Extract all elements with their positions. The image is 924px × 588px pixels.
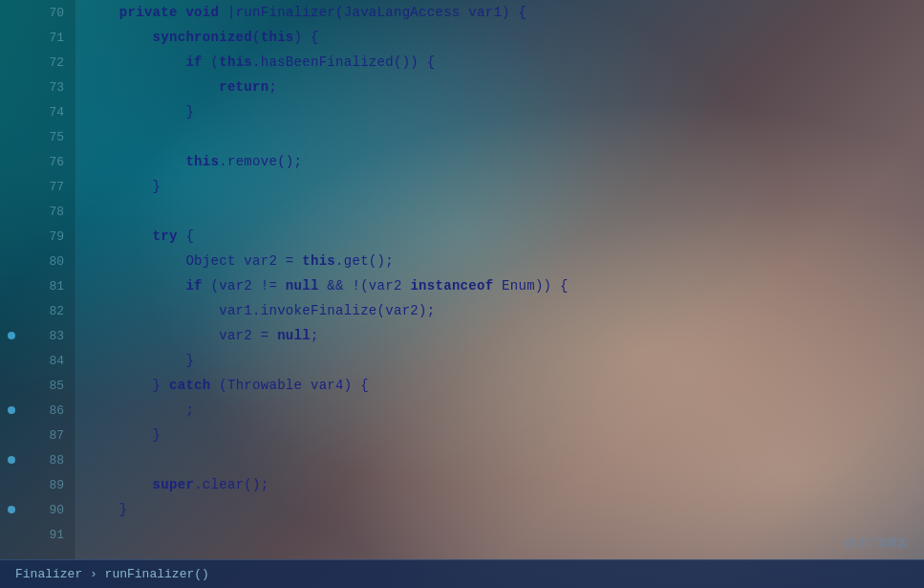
code-token: Object var2 = — [86, 253, 302, 269]
code-line: var1.invokeFinalize(var2); — [86, 298, 924, 323]
code-token: this — [219, 54, 252, 70]
code-token: var1.invokeFinalize(var2); — [86, 303, 435, 318]
code-token: ( — [203, 54, 219, 70]
code-token: ; — [86, 403, 194, 418]
line-number: 86 — [0, 398, 75, 423]
line-number: 72 — [0, 50, 75, 75]
code-token: ( — [252, 30, 261, 45]
code-token: synchronized — [86, 30, 252, 45]
code-line — [86, 522, 924, 547]
code-line: private void |runFinalizer(JavaLangAcces… — [86, 0, 924, 25]
code-token: ; — [311, 328, 319, 343]
line-number: 78 — [0, 199, 75, 224]
line-number: 84 — [0, 348, 75, 373]
code-line — [86, 124, 924, 149]
code-token: ; — [269, 79, 277, 95]
line-number: 88 — [0, 447, 75, 472]
code-token: null — [277, 328, 311, 343]
watermark: @51CTO博客 — [845, 535, 909, 552]
line-number: 70 — [0, 0, 75, 25]
breadcrumb: Finalizer › runFinalizer() — [15, 567, 209, 581]
code-area: 7071727374757677787980818283848586878889… — [0, 0, 924, 559]
code-line: Object var2 = this.get(); — [86, 249, 924, 273]
code-token: .remove(); — [219, 154, 302, 169]
code-token: return — [86, 79, 269, 95]
code-line: var2 = null; — [86, 323, 924, 348]
code-token: private void — [86, 5, 227, 20]
code-token: instanceof — [410, 278, 493, 294]
code-token: this — [302, 253, 335, 269]
code-token: catch — [169, 378, 211, 393]
code-line: this.remove(); — [86, 149, 924, 174]
line-number: 75 — [0, 124, 75, 149]
code-token: } — [86, 427, 161, 443]
code-line: } — [86, 497, 924, 522]
line-number: 79 — [0, 224, 75, 249]
code-token: && !(var2 — [319, 278, 411, 294]
code-token: if — [86, 54, 203, 70]
line-number: 71 — [0, 25, 75, 50]
code-token: ) { — [294, 30, 319, 45]
code-line: synchronized(this) { — [86, 25, 924, 50]
code-token: .hasBeenFinalized()) { — [252, 54, 435, 70]
code-token: |runFinalizer(JavaLangAccess var1) { — [227, 5, 526, 20]
code-line: ; — [86, 398, 924, 423]
code-token: (var2 != — [203, 278, 286, 294]
code-line: } — [86, 174, 924, 199]
line-number: 76 — [0, 149, 75, 174]
line-number: 85 — [0, 373, 75, 398]
code-line: if (this.hasBeenFinalized()) { — [86, 50, 924, 75]
line-number: 90 — [0, 497, 75, 522]
code-token: if — [86, 278, 203, 294]
code-line: } — [86, 423, 924, 447]
code-line: super.clear(); — [86, 472, 924, 497]
line-number: 83 — [0, 323, 75, 348]
code-token: Enum)) { — [493, 278, 568, 294]
line-number: 82 — [0, 298, 75, 323]
code-token: } — [86, 378, 169, 393]
line-number: 74 — [0, 99, 75, 124]
code-line — [86, 447, 924, 472]
code-token: try — [86, 229, 178, 244]
code-token: (Throwable var4) { — [211, 378, 369, 393]
code-token: this — [261, 30, 294, 45]
code-token: } — [86, 353, 194, 368]
line-number: 73 — [0, 75, 75, 99]
code-line: try { — [86, 224, 924, 249]
code-line: } — [86, 348, 924, 373]
code-line: return; — [86, 75, 924, 99]
code-lines: private void |runFinalizer(JavaLangAcces… — [76, 0, 924, 559]
status-bar: Finalizer › runFinalizer() — [0, 559, 924, 588]
code-line: } — [86, 99, 924, 124]
line-number: 89 — [0, 472, 75, 497]
code-line: } catch (Throwable var4) { — [86, 373, 924, 398]
code-token: } — [86, 502, 128, 517]
code-token: var2 = — [86, 328, 277, 343]
code-line — [86, 199, 924, 224]
code-token: } — [86, 104, 194, 120]
line-number: 81 — [0, 273, 75, 298]
code-token: .get(); — [335, 253, 394, 269]
code-token: .clear(); — [194, 477, 269, 492]
code-token: null — [286, 278, 319, 294]
code-token: } — [86, 179, 161, 194]
line-number: 77 — [0, 174, 75, 199]
code-token: { — [178, 229, 194, 244]
code-token: this — [86, 154, 219, 169]
line-number: 91 — [0, 522, 75, 547]
code-container: 7071727374757677787980818283848586878889… — [0, 0, 924, 559]
line-number: 87 — [0, 423, 75, 447]
code-token: super — [86, 477, 194, 492]
line-numbers: 7071727374757677787980818283848586878889… — [0, 0, 76, 559]
code-line: if (var2 != null && !(var2 instanceof En… — [86, 273, 924, 298]
line-number: 80 — [0, 249, 75, 273]
